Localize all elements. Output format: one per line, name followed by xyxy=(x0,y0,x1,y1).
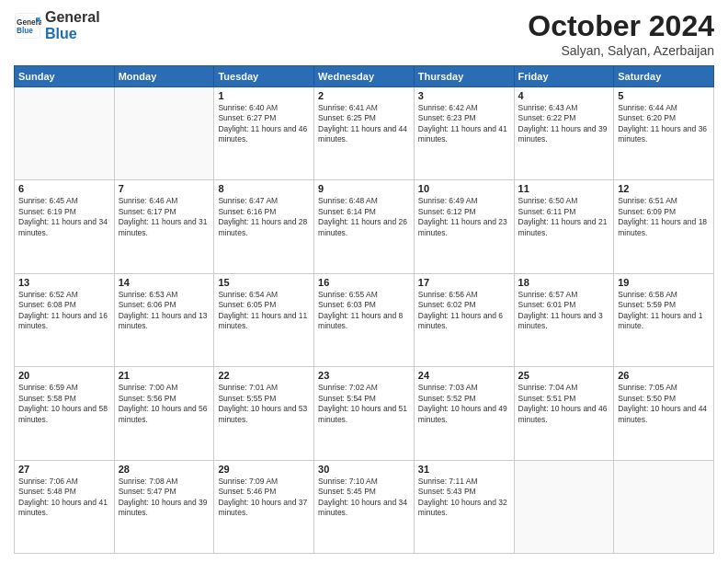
day-info: Sunrise: 6:46 AM Sunset: 6:17 PM Dayligh… xyxy=(119,196,210,238)
title-location: Salyan, Salyan, Azerbaijan xyxy=(528,43,714,58)
day-info: Sunrise: 6:53 AM Sunset: 6:06 PM Dayligh… xyxy=(119,290,210,332)
day-info: Sunrise: 7:00 AM Sunset: 5:56 PM Dayligh… xyxy=(119,383,210,425)
day-number: 12 xyxy=(618,183,710,194)
day-number: 31 xyxy=(418,464,510,475)
day-number: 6 xyxy=(18,183,110,194)
column-header-thursday: Thursday xyxy=(414,66,514,87)
day-info: Sunrise: 7:01 AM Sunset: 5:55 PM Dayligh… xyxy=(218,383,310,425)
day-info: Sunrise: 6:51 AM Sunset: 6:09 PM Dayligh… xyxy=(618,196,710,238)
calendar-cell: 3Sunrise: 6:42 AM Sunset: 6:23 PM Daylig… xyxy=(414,87,514,180)
day-number: 26 xyxy=(618,370,710,381)
calendar-cell: 12Sunrise: 6:51 AM Sunset: 6:09 PM Dayli… xyxy=(614,180,714,273)
day-number: 7 xyxy=(119,183,210,194)
calendar-cell: 1Sunrise: 6:40 AM Sunset: 6:27 PM Daylig… xyxy=(214,87,314,180)
day-info: Sunrise: 6:54 AM Sunset: 6:05 PM Dayligh… xyxy=(218,290,310,332)
calendar-cell: 7Sunrise: 6:46 AM Sunset: 6:17 PM Daylig… xyxy=(114,180,214,273)
day-info: Sunrise: 7:09 AM Sunset: 5:46 PM Dayligh… xyxy=(218,477,310,519)
day-info: Sunrise: 7:05 AM Sunset: 5:50 PM Dayligh… xyxy=(618,383,710,425)
day-info: Sunrise: 6:42 AM Sunset: 6:23 PM Dayligh… xyxy=(418,103,510,145)
day-number: 15 xyxy=(218,277,310,288)
calendar-week-row: 20Sunrise: 6:59 AM Sunset: 5:58 PM Dayli… xyxy=(15,367,714,460)
calendar-week-row: 1Sunrise: 6:40 AM Sunset: 6:27 PM Daylig… xyxy=(15,87,714,180)
day-info: Sunrise: 7:02 AM Sunset: 5:54 PM Dayligh… xyxy=(318,383,410,425)
day-info: Sunrise: 7:03 AM Sunset: 5:52 PM Dayligh… xyxy=(418,383,510,425)
calendar-cell: 24Sunrise: 7:03 AM Sunset: 5:52 PM Dayli… xyxy=(414,367,514,460)
day-info: Sunrise: 6:59 AM Sunset: 5:58 PM Dayligh… xyxy=(18,383,110,425)
day-info: Sunrise: 6:58 AM Sunset: 5:59 PM Dayligh… xyxy=(618,290,710,332)
column-header-wednesday: Wednesday xyxy=(314,66,415,87)
calendar-cell xyxy=(114,87,214,180)
calendar-cell: 4Sunrise: 6:43 AM Sunset: 6:22 PM Daylig… xyxy=(514,87,614,180)
column-header-tuesday: Tuesday xyxy=(214,66,314,87)
calendar-cell: 27Sunrise: 7:06 AM Sunset: 5:48 PM Dayli… xyxy=(15,460,115,553)
day-number: 22 xyxy=(218,370,310,381)
day-number: 11 xyxy=(518,183,610,194)
day-info: Sunrise: 6:48 AM Sunset: 6:14 PM Dayligh… xyxy=(318,196,410,238)
calendar-cell xyxy=(514,460,614,553)
day-info: Sunrise: 6:55 AM Sunset: 6:03 PM Dayligh… xyxy=(318,290,410,332)
day-info: Sunrise: 6:52 AM Sunset: 6:08 PM Dayligh… xyxy=(18,290,110,332)
column-header-friday: Friday xyxy=(514,66,614,87)
header: General Blue General Blue October 2024 S… xyxy=(14,9,714,58)
calendar-cell: 21Sunrise: 7:00 AM Sunset: 5:56 PM Dayli… xyxy=(114,367,214,460)
day-info: Sunrise: 6:40 AM Sunset: 6:27 PM Dayligh… xyxy=(218,103,310,145)
day-number: 19 xyxy=(618,277,710,288)
calendar-cell: 8Sunrise: 6:47 AM Sunset: 6:16 PM Daylig… xyxy=(214,180,314,273)
logo: General Blue General Blue xyxy=(14,9,100,41)
day-number: 21 xyxy=(119,370,210,381)
day-info: Sunrise: 6:44 AM Sunset: 6:20 PM Dayligh… xyxy=(618,103,710,145)
calendar-cell: 16Sunrise: 6:55 AM Sunset: 6:03 PM Dayli… xyxy=(314,273,415,366)
day-number: 27 xyxy=(18,464,110,475)
calendar-cell: 10Sunrise: 6:49 AM Sunset: 6:12 PM Dayli… xyxy=(414,180,514,273)
day-number: 5 xyxy=(618,90,710,101)
calendar-cell xyxy=(15,87,115,180)
calendar-cell: 19Sunrise: 6:58 AM Sunset: 5:59 PM Dayli… xyxy=(614,273,714,366)
calendar-header-row: SundayMondayTuesdayWednesdayThursdayFrid… xyxy=(15,66,714,87)
calendar-table: SundayMondayTuesdayWednesdayThursdayFrid… xyxy=(14,65,714,554)
day-info: Sunrise: 6:45 AM Sunset: 6:19 PM Dayligh… xyxy=(18,196,110,238)
day-info: Sunrise: 6:49 AM Sunset: 6:12 PM Dayligh… xyxy=(418,196,510,238)
day-number: 14 xyxy=(119,277,210,288)
calendar-cell: 25Sunrise: 7:04 AM Sunset: 5:51 PM Dayli… xyxy=(514,367,614,460)
day-number: 29 xyxy=(218,464,310,475)
day-number: 28 xyxy=(119,464,210,475)
calendar-cell: 6Sunrise: 6:45 AM Sunset: 6:19 PM Daylig… xyxy=(15,180,115,273)
logo-blue-text: Blue xyxy=(45,26,100,42)
column-header-monday: Monday xyxy=(114,66,214,87)
day-number: 9 xyxy=(318,183,410,194)
day-number: 24 xyxy=(418,370,510,381)
day-number: 3 xyxy=(418,90,510,101)
day-number: 4 xyxy=(518,90,610,101)
calendar-cell: 29Sunrise: 7:09 AM Sunset: 5:46 PM Dayli… xyxy=(214,460,314,553)
calendar-cell: 22Sunrise: 7:01 AM Sunset: 5:55 PM Dayli… xyxy=(214,367,314,460)
day-number: 17 xyxy=(418,277,510,288)
calendar-cell: 17Sunrise: 6:56 AM Sunset: 6:02 PM Dayli… xyxy=(414,273,514,366)
day-info: Sunrise: 7:10 AM Sunset: 5:45 PM Dayligh… xyxy=(318,477,410,519)
logo-general-text: General xyxy=(45,9,100,26)
calendar-week-row: 13Sunrise: 6:52 AM Sunset: 6:08 PM Dayli… xyxy=(15,273,714,366)
day-info: Sunrise: 6:57 AM Sunset: 6:01 PM Dayligh… xyxy=(518,290,610,332)
logo-text: General Blue xyxy=(45,9,100,41)
calendar-cell xyxy=(614,460,714,553)
calendar-cell: 26Sunrise: 7:05 AM Sunset: 5:50 PM Dayli… xyxy=(614,367,714,460)
day-number: 1 xyxy=(218,90,310,101)
title-month: October 2024 xyxy=(528,9,714,43)
calendar-cell: 14Sunrise: 6:53 AM Sunset: 6:06 PM Dayli… xyxy=(114,273,214,366)
column-header-sunday: Sunday xyxy=(15,66,115,87)
day-info: Sunrise: 7:04 AM Sunset: 5:51 PM Dayligh… xyxy=(518,383,610,425)
day-info: Sunrise: 6:41 AM Sunset: 6:25 PM Dayligh… xyxy=(318,103,410,145)
day-number: 8 xyxy=(218,183,310,194)
day-info: Sunrise: 6:43 AM Sunset: 6:22 PM Dayligh… xyxy=(518,103,610,145)
title-block: October 2024 Salyan, Salyan, Azerbaijan xyxy=(528,9,714,58)
calendar-cell: 2Sunrise: 6:41 AM Sunset: 6:25 PM Daylig… xyxy=(314,87,415,180)
calendar-week-row: 6Sunrise: 6:45 AM Sunset: 6:19 PM Daylig… xyxy=(15,180,714,273)
calendar-cell: 28Sunrise: 7:08 AM Sunset: 5:47 PM Dayli… xyxy=(114,460,214,553)
calendar-cell: 30Sunrise: 7:10 AM Sunset: 5:45 PM Dayli… xyxy=(314,460,415,553)
day-number: 2 xyxy=(318,90,410,101)
calendar-cell: 31Sunrise: 7:11 AM Sunset: 5:43 PM Dayli… xyxy=(414,460,514,553)
logo-icon: General Blue xyxy=(14,12,41,40)
day-info: Sunrise: 7:08 AM Sunset: 5:47 PM Dayligh… xyxy=(119,477,210,519)
day-info: Sunrise: 6:56 AM Sunset: 6:02 PM Dayligh… xyxy=(418,290,510,332)
calendar-cell: 18Sunrise: 6:57 AM Sunset: 6:01 PM Dayli… xyxy=(514,273,614,366)
day-number: 10 xyxy=(418,183,510,194)
